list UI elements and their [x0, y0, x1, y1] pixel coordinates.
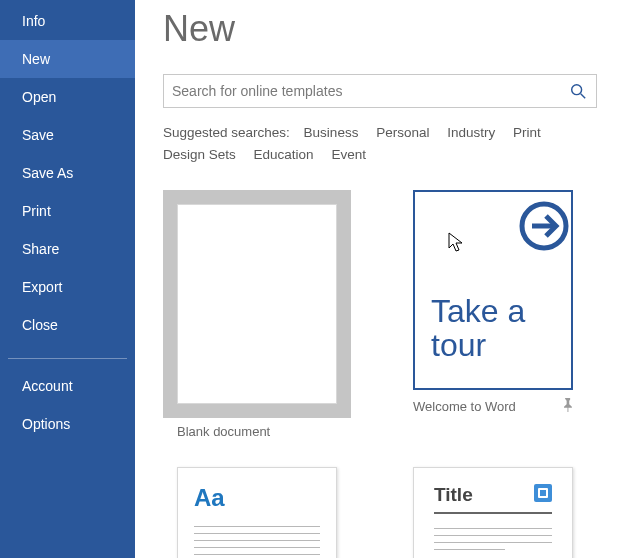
search-button[interactable]: [568, 81, 588, 101]
template-caption: Welcome to Word: [413, 399, 516, 414]
sidebar-item-export[interactable]: Export: [0, 268, 135, 306]
suggested-link-industry[interactable]: Industry: [447, 125, 495, 140]
page-title: New: [163, 0, 622, 74]
arrow-right-circle-icon: [516, 198, 572, 254]
pin-icon[interactable]: [562, 398, 573, 415]
template-single-spaced[interactable]: Aa: [177, 467, 357, 558]
placeholder-lines: [194, 526, 320, 558]
sidebar-item-account[interactable]: Account: [0, 367, 135, 405]
template-title-report[interactable]: Title: [413, 467, 593, 558]
suggested-searches: Suggested searches: Business Personal In…: [163, 122, 603, 166]
suggested-link-event[interactable]: Event: [331, 147, 366, 162]
title-separator: [434, 512, 552, 514]
template-grid: Blank document Take a tour Welcome to Wo…: [163, 190, 622, 558]
sidebar-item-close[interactable]: Close: [0, 306, 135, 344]
suggested-link-design-sets[interactable]: Design Sets: [163, 147, 236, 162]
tour-big-text: Take a tour: [431, 294, 525, 362]
template-thumbnail: Take a tour: [413, 190, 573, 390]
placeholder-lines: [434, 528, 552, 550]
document-badge-icon: [534, 484, 552, 502]
search-input[interactable]: [172, 83, 568, 99]
sidebar-item-info[interactable]: Info: [0, 2, 135, 40]
sidebar-item-print[interactable]: Print: [0, 192, 135, 230]
sidebar-separator: [8, 358, 127, 359]
backstage-sidebar: Info New Open Save Save As Print Share E…: [0, 0, 135, 558]
main-panel: New Suggested searches: Business Persona…: [135, 0, 622, 558]
aa-label: Aa: [194, 484, 320, 512]
template-blank-document[interactable]: Blank document: [177, 204, 357, 439]
svg-line-1: [581, 94, 586, 99]
template-search[interactable]: [163, 74, 597, 108]
template-welcome-to-word[interactable]: Take a tour Welcome to Word: [413, 190, 593, 439]
template-thumbnail: [177, 204, 337, 404]
title-label: Title: [434, 484, 473, 506]
sidebar-item-new[interactable]: New: [0, 40, 135, 78]
svg-point-0: [572, 85, 582, 95]
sidebar-item-open[interactable]: Open: [0, 78, 135, 116]
suggested-link-personal[interactable]: Personal: [376, 125, 429, 140]
suggested-link-print[interactable]: Print: [513, 125, 541, 140]
template-thumbnail: Aa: [177, 467, 337, 558]
search-icon: [569, 82, 587, 100]
template-caption: Blank document: [177, 424, 270, 439]
sidebar-item-save[interactable]: Save: [0, 116, 135, 154]
suggested-link-education[interactable]: Education: [254, 147, 314, 162]
sidebar-item-save-as[interactable]: Save As: [0, 154, 135, 192]
suggested-label: Suggested searches:: [163, 125, 290, 140]
sidebar-item-options[interactable]: Options: [0, 405, 135, 443]
sidebar-item-share[interactable]: Share: [0, 230, 135, 268]
suggested-link-business[interactable]: Business: [304, 125, 359, 140]
template-thumbnail: Title: [413, 467, 573, 558]
